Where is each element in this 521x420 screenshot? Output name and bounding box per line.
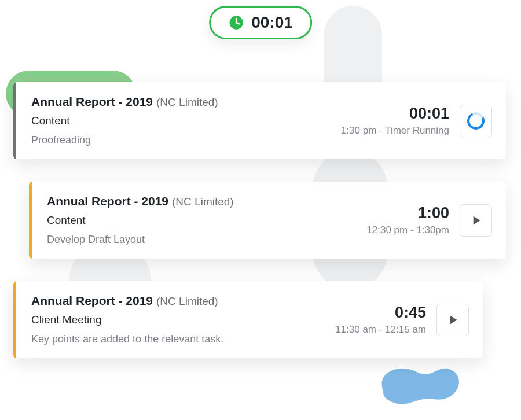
- task-card[interactable]: Annual Report - 2019 (NC Limited) Conten…: [29, 182, 506, 259]
- play-icon: [445, 312, 460, 327]
- decorative-blue-blob: [376, 352, 463, 410]
- task-section: Client Meeting: [31, 314, 223, 326]
- play-icon: [468, 213, 483, 228]
- task-section: Content: [31, 115, 218, 127]
- card-text-block: Annual Report - 2019 (NC Limited) Conten…: [31, 95, 218, 146]
- task-note: Proofreading: [31, 134, 218, 146]
- task-range: 1:30 pm - Timer Running: [341, 125, 449, 137]
- timer-value: 00:01: [251, 13, 293, 32]
- clock-icon: [228, 14, 244, 31]
- task-duration: 00:01: [341, 105, 449, 123]
- task-range: 11:30 am - 12:15 am: [335, 324, 426, 336]
- time-stack: 1:00 12:30 pm - 1:30pm: [366, 204, 449, 236]
- spinner-icon: [465, 109, 487, 131]
- task-org: (NC Limited): [156, 295, 218, 308]
- task-duration: 0:45: [335, 304, 426, 322]
- task-note: Develop Draft Layout: [47, 234, 234, 246]
- time-stack: 00:01 1:30 pm - Timer Running: [341, 105, 449, 137]
- task-note: Key points are added to the relevant tas…: [31, 333, 223, 345]
- task-card[interactable]: Annual Report - 2019 (NC Limited) Conten…: [13, 82, 506, 159]
- task-title: Annual Report - 2019: [47, 194, 168, 208]
- task-title: Annual Report - 2019: [31, 95, 153, 109]
- play-button[interactable]: [460, 204, 492, 237]
- timer-pill[interactable]: 00:01: [209, 6, 312, 39]
- task-duration: 1:00: [366, 204, 449, 222]
- task-card[interactable]: Annual Report - 2019 (NC Limited) Client…: [13, 281, 483, 358]
- card-text-block: Annual Report - 2019 (NC Limited) Conten…: [47, 194, 234, 246]
- task-section: Content: [47, 214, 234, 227]
- play-button[interactable]: [436, 304, 469, 336]
- task-title: Annual Report - 2019: [31, 294, 153, 308]
- task-range: 12:30 pm - 1:30pm: [366, 224, 449, 236]
- task-org: (NC Limited): [156, 96, 218, 109]
- running-button[interactable]: [460, 105, 492, 137]
- card-text-block: Annual Report - 2019 (NC Limited) Client…: [31, 294, 223, 345]
- time-stack: 0:45 11:30 am - 12:15 am: [335, 304, 426, 336]
- task-org: (NC Limited): [172, 196, 234, 208]
